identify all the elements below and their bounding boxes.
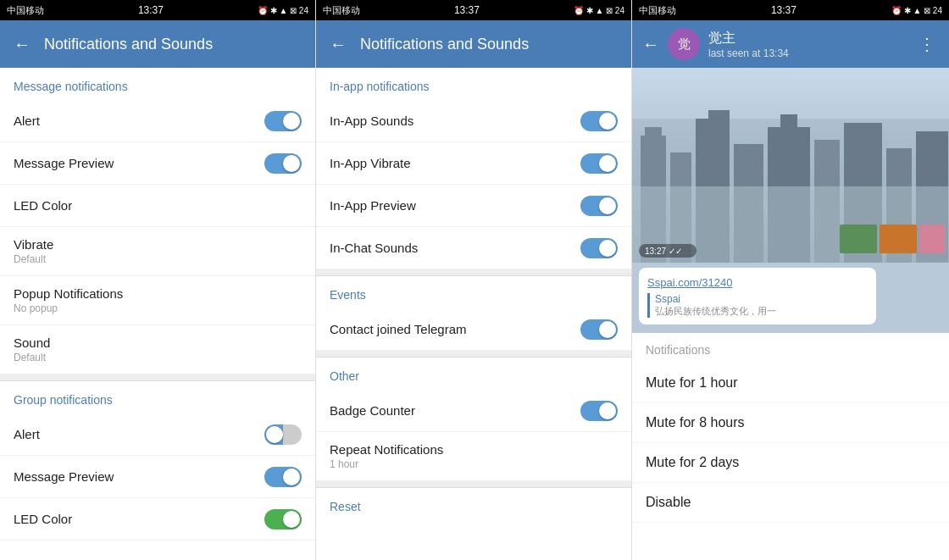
dropdown-menu: Notifications Mute for 1 hour Mute for 8…	[632, 333, 949, 560]
setting-group-alert[interactable]: Alert	[0, 413, 315, 456]
chat-back-button[interactable]: ←	[642, 35, 659, 54]
avatar: 觉	[668, 28, 700, 60]
svg-rect-9	[780, 114, 797, 127]
header-title-1: Notifications and Sounds	[44, 36, 213, 53]
sound-sub: Default	[14, 352, 50, 363]
group-alert-label: Alert	[14, 427, 40, 441]
section-message-notifications: Message notifications	[0, 68, 315, 100]
message-preview-label: Message Preview	[14, 156, 114, 170]
setting-alert[interactable]: Alert	[0, 100, 315, 142]
alert-toggle[interactable]	[264, 111, 302, 131]
popup-label: Popup Notifications	[14, 286, 123, 301]
chat-preview-title: Sspai	[655, 293, 868, 305]
time-1: 13:37	[138, 4, 164, 16]
dropdown-section-label: Notifications	[632, 333, 949, 363]
led-color-label: LED Color	[14, 198, 72, 213]
status-icons-2: ⏰ ✱ ▲ ⊠ 24	[574, 6, 624, 15]
section-in-app: In-app notifications	[316, 68, 631, 100]
in-app-sounds-toggle[interactable]	[580, 111, 618, 131]
setting-in-app-sounds[interactable]: In-App Sounds	[316, 100, 631, 142]
vibrate-sub: Default	[14, 253, 53, 265]
in-chat-sounds-label: In-Chat Sounds	[330, 241, 418, 255]
group-led-color-toggle[interactable]	[264, 509, 302, 530]
in-app-sounds-label: In-App Sounds	[330, 114, 413, 128]
svg-rect-3	[645, 127, 662, 136]
setting-in-app-preview[interactable]: In-App Preview	[316, 185, 631, 227]
setting-group-led-color[interactable]: LED Color	[0, 498, 315, 541]
message-preview-toggle[interactable]	[264, 153, 302, 174]
setting-popup-notifications[interactable]: Popup Notifications No popup	[0, 276, 315, 325]
repeat-notifications-sub: 1 hour	[330, 458, 443, 470]
group-alert-toggle[interactable]	[264, 424, 302, 445]
chat-link[interactable]: Sspai.com/31240	[647, 276, 732, 289]
disable-item[interactable]: Disable	[632, 483, 949, 523]
divider-4	[316, 481, 631, 488]
badge-counter-toggle[interactable]	[580, 401, 618, 421]
settings-list-1: Message notifications Alert Message Prev…	[0, 68, 315, 560]
svg-text:13:27 ✓✓: 13:27 ✓✓	[645, 247, 682, 256]
divider-2	[316, 269, 631, 276]
setting-led-color[interactable]: LED Color	[0, 185, 315, 227]
mute-8h-item[interactable]: Mute for 8 hours	[632, 403, 949, 443]
header-title-2: Notifications and Sounds	[360, 36, 529, 53]
group-message-preview-label: Message Preview	[14, 469, 114, 484]
in-app-preview-label: In-App Preview	[330, 198, 416, 213]
app-header-2: ← Notifications and Sounds	[316, 20, 631, 68]
setting-message-preview[interactable]: Message Preview	[0, 142, 315, 185]
section-events: Events	[316, 276, 631, 308]
status-bar-2: 中国移动 13:37 ⏰ ✱ ▲ ⊠ 24	[316, 0, 631, 20]
more-options-icon[interactable]: ⋮	[912, 27, 942, 61]
chat-preview-bar: Sspai 弘扬民族传统优秀文化，用一	[647, 293, 868, 318]
panel-1: 中国移动 13:37 ⏰ ✱ ▲ ⊠ 24 ← Notifications an…	[0, 0, 316, 560]
in-app-vibrate-label: In-App Vibrate	[330, 156, 411, 170]
setting-repeat-notifications[interactable]: Repeat Notifications 1 hour	[316, 432, 631, 481]
status-icons-1: ⏰ ✱ ▲ ⊠ 24	[258, 6, 308, 15]
back-button-1[interactable]: ←	[14, 35, 31, 54]
section-other: Other	[316, 358, 631, 390]
chat-messages: Sspai.com/31240 Sspai 弘扬民族传统优秀文化，用一	[632, 263, 949, 333]
chat-header-info: 觉主 last seen at 13:34	[708, 30, 903, 59]
setting-in-chat-sounds[interactable]: In-Chat Sounds	[316, 227, 631, 269]
section-reset[interactable]: Reset	[316, 488, 631, 520]
in-app-vibrate-toggle[interactable]	[580, 153, 618, 174]
setting-contact-joined[interactable]: Contact joined Telegram	[316, 308, 631, 351]
chat-name: 觉主	[708, 30, 903, 47]
carrier-2: 中国移动	[323, 4, 360, 17]
back-button-2[interactable]: ←	[330, 35, 347, 54]
in-app-preview-toggle[interactable]	[580, 196, 618, 216]
in-chat-sounds-toggle[interactable]	[580, 238, 618, 258]
badge-counter-label: Badge Counter	[330, 403, 415, 418]
setting-sound[interactable]: Sound Default	[0, 325, 315, 374]
status-bar-1: 中国移动 13:37 ⏰ ✱ ▲ ⊠ 24	[0, 0, 315, 20]
city-image: 13:27 ✓✓	[632, 68, 949, 263]
chat-preview-text: 弘扬民族传统优秀文化，用一	[655, 305, 858, 318]
svg-rect-17	[919, 225, 945, 253]
divider-3	[316, 351, 631, 358]
setting-badge-counter[interactable]: Badge Counter	[316, 390, 631, 432]
mute-1h-item[interactable]: Mute for 1 hour	[632, 363, 949, 403]
mute-2d-item[interactable]: Mute for 2 days	[632, 443, 949, 483]
chat-bubble: Sspai.com/31240 Sspai 弘扬民族传统优秀文化，用一	[639, 268, 876, 324]
svg-rect-6	[708, 110, 730, 119]
chat-header: ← 觉 觉主 last seen at 13:34 ⋮	[632, 20, 949, 68]
app-header-1: ← Notifications and Sounds	[0, 20, 315, 68]
setting-group-message-preview[interactable]: Message Preview	[0, 456, 315, 498]
status-icons-3: ⏰ ✱ ▲ ⊠ 24	[891, 6, 942, 15]
status-bar-3: 中国移动 13:37 ⏰ ✱ ▲ ⊠ 24	[632, 0, 949, 20]
section-group-notifications: Group notifications	[0, 381, 315, 413]
panel-3: 中国移动 13:37 ⏰ ✱ ▲ ⊠ 24 ← 觉 觉主 last seen a…	[632, 0, 949, 560]
sound-label: Sound	[14, 335, 50, 350]
time-3: 13:37	[771, 4, 796, 16]
settings-list-2: In-app notifications In-App Sounds In-Ap…	[316, 68, 631, 560]
vibrate-label: Vibrate	[14, 237, 53, 252]
carrier-1: 中国移动	[7, 4, 44, 17]
divider-1	[0, 374, 315, 381]
group-message-preview-toggle[interactable]	[264, 467, 302, 487]
contact-joined-toggle[interactable]	[580, 319, 618, 340]
carrier-3: 中国移动	[639, 4, 676, 17]
contact-joined-label: Contact joined Telegram	[330, 322, 466, 336]
setting-vibrate[interactable]: Vibrate Default	[0, 227, 315, 276]
chat-status: last seen at 13:34	[708, 47, 903, 59]
setting-in-app-vibrate[interactable]: In-App Vibrate	[316, 142, 631, 185]
group-led-color-label: LED Color	[14, 512, 72, 526]
